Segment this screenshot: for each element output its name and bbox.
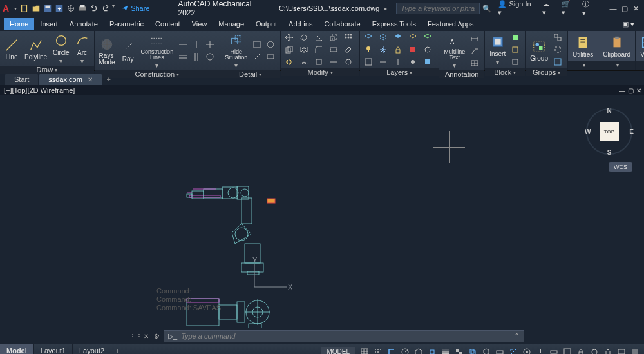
vp-close-icon[interactable]: ✕ xyxy=(636,87,641,94)
selection-cycling-icon[interactable] xyxy=(466,346,479,355)
layer-lock-icon[interactable] xyxy=(392,44,404,55)
fillet-icon[interactable] xyxy=(313,44,325,55)
app-menu-dropdown[interactable]: ▾ xyxy=(14,6,17,12)
doc-tab-file[interactable]: ssdax.com✕ xyxy=(39,74,102,85)
search-input[interactable] xyxy=(396,3,480,14)
stretch-icon[interactable] xyxy=(328,44,339,55)
plot-icon[interactable] xyxy=(77,3,88,14)
autodesk-app-icon[interactable]: ☁ ▾ xyxy=(542,0,555,17)
workspace-icon[interactable] xyxy=(520,346,533,355)
units-icon[interactable] xyxy=(547,346,560,355)
layer-more-icon[interactable] xyxy=(422,44,433,55)
tab-annotate[interactable]: Annotate xyxy=(64,18,104,30)
block-edit-icon[interactable] xyxy=(509,44,521,55)
mirror-icon[interactable] xyxy=(298,44,310,55)
viewcube-w[interactable]: W xyxy=(585,128,591,135)
utilities-button[interactable]: Utilities xyxy=(571,34,595,59)
tab-parametric[interactable]: Parametric xyxy=(104,18,149,30)
layer-icon-2[interactable] xyxy=(377,32,389,43)
vp-minimize-icon[interactable]: — xyxy=(619,87,625,94)
tab-manage[interactable]: Manage xyxy=(213,18,250,30)
cline-h-icon[interactable] xyxy=(177,39,189,50)
modify-icon-15[interactable] xyxy=(343,57,354,67)
vp-maximize-icon[interactable]: ▢ xyxy=(628,87,634,94)
offset-icon[interactable] xyxy=(298,57,310,67)
cline-cross-icon[interactable] xyxy=(204,39,216,50)
panel-detail-label[interactable]: Detail xyxy=(239,70,257,78)
polar-toggle-icon[interactable] xyxy=(399,346,412,355)
ray-button[interactable]: Ray xyxy=(119,39,137,64)
layer-icon-13[interactable] xyxy=(392,57,404,67)
isodraft-icon[interactable] xyxy=(412,346,425,355)
title-dropdown[interactable]: ▸ xyxy=(384,6,387,12)
redo-icon[interactable] xyxy=(100,3,111,14)
group-edit-icon[interactable] xyxy=(552,44,564,55)
view-button[interactable]: View xyxy=(638,34,644,59)
modify-icon-13[interactable] xyxy=(313,57,325,67)
rays-mode-button[interactable]: RaysMode xyxy=(97,36,117,67)
layer-icon-14[interactable] xyxy=(407,57,419,67)
tab-view[interactable]: View xyxy=(186,18,213,30)
viewcube-s[interactable]: S xyxy=(607,149,612,156)
drawing-viewport[interactable]: TOP N S E W WCS xyxy=(0,95,644,328)
cline-para-icon[interactable] xyxy=(177,52,189,62)
layer-icon-3[interactable] xyxy=(392,32,404,43)
line-button[interactable]: Line xyxy=(3,37,21,62)
lineweight-icon[interactable] xyxy=(439,346,452,355)
move-icon[interactable] xyxy=(283,32,295,43)
rotate-icon[interactable] xyxy=(298,32,310,43)
layer-icon-12[interactable] xyxy=(377,57,389,67)
cline-v-icon[interactable] xyxy=(191,39,202,50)
detail-icon-2[interactable] xyxy=(265,39,276,50)
add-tab-button[interactable]: + xyxy=(103,74,115,85)
new-icon[interactable] xyxy=(19,3,30,14)
group-bbox-icon[interactable] xyxy=(552,57,564,67)
annotation-monitor-icon[interactable] xyxy=(534,346,547,355)
leader-icon[interactable] xyxy=(469,46,480,56)
detail-icon-4[interactable] xyxy=(265,52,276,62)
cline-circ-icon[interactable] xyxy=(204,52,216,62)
tab-featured[interactable]: Featured Apps xyxy=(422,18,480,30)
save-icon[interactable] xyxy=(43,3,53,14)
block-attr-icon[interactable] xyxy=(509,57,521,67)
close-icon[interactable]: ✕ xyxy=(631,3,641,14)
group-button[interactable]: Group xyxy=(528,38,550,63)
dim-icon[interactable] xyxy=(469,34,480,44)
share-button[interactable]: Share xyxy=(121,5,149,12)
modify-icon-14[interactable] xyxy=(328,57,339,67)
clean-screen-icon[interactable] xyxy=(615,346,628,355)
tab-home[interactable]: Home xyxy=(4,18,34,30)
tab-insert[interactable]: Insert xyxy=(34,18,64,30)
layout-add-button[interactable]: + xyxy=(111,344,123,354)
viewcube-e[interactable]: E xyxy=(629,128,634,135)
tab-output[interactable]: Output xyxy=(250,18,283,30)
tab-addins[interactable]: Add-ins xyxy=(283,18,318,30)
panel-construction-label[interactable]: Construction xyxy=(135,70,175,78)
layer-lightbulb-icon[interactable] xyxy=(363,44,374,55)
layer-icon-4[interactable] xyxy=(407,32,419,43)
layer-icon-1[interactable] xyxy=(363,32,374,43)
arc-button[interactable]: Arc▾ xyxy=(73,32,91,66)
cart-icon[interactable]: 🛒 ▾ xyxy=(562,0,576,17)
viewcube[interactable]: TOP N S E W xyxy=(586,108,632,155)
command-input[interactable]: ▷_ Type a command ⌃ xyxy=(164,330,524,342)
tab-content[interactable]: Content xyxy=(149,18,186,30)
viewport-controls-label[interactable]: [−][Top][2D Wireframe] — ▢ ✕ xyxy=(0,85,644,95)
panel-modify-label[interactable]: Modify xyxy=(307,68,328,76)
ungroup-icon[interactable] xyxy=(552,32,564,43)
array-icon[interactable] xyxy=(343,32,354,43)
tab-express[interactable]: Express Tools xyxy=(366,18,422,30)
lock-ui-icon[interactable] xyxy=(574,346,587,355)
isolate-icon[interactable] xyxy=(588,346,601,355)
viewcube-n[interactable]: N xyxy=(607,107,611,114)
doc-tab-start[interactable]: Start xyxy=(5,74,38,85)
web-icon[interactable] xyxy=(66,3,76,14)
cline-perp-icon[interactable] xyxy=(191,52,202,62)
layout-tab-1[interactable]: Layout1 xyxy=(34,344,73,354)
layer-icon-15[interactable] xyxy=(422,57,433,67)
wcs-badge[interactable]: WCS xyxy=(609,162,632,172)
saveas-icon[interactable] xyxy=(54,3,64,14)
grid-toggle-icon[interactable] xyxy=(358,346,371,355)
osnap-toggle-icon[interactable] xyxy=(426,346,439,355)
polyline-button[interactable]: Polyline xyxy=(23,37,49,62)
